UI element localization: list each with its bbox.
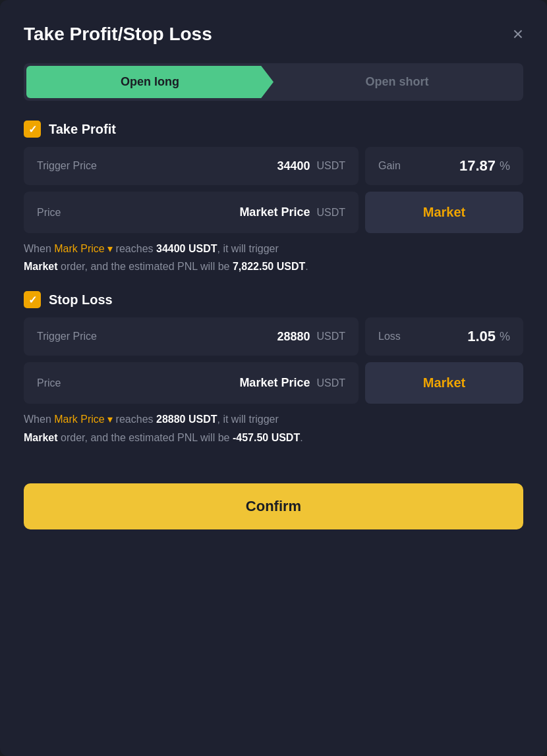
take-profit-section: ✓ Take Profit Trigger Price 34400 USDT G… bbox=[24, 121, 523, 275]
modal-title: Take Profit/Stop Loss bbox=[24, 24, 212, 45]
take-profit-trigger-right: 34400 USDT bbox=[277, 159, 345, 173]
take-profit-info-mid: reaches 34400 USDT, it will trigger bbox=[116, 243, 279, 254]
modal: Take Profit/Stop Loss × Open long Open s… bbox=[0, 0, 547, 756]
take-profit-info: When Mark Price ▾ reaches 34400 USDT, it… bbox=[24, 240, 523, 275]
tab-bar: Open long Open short bbox=[24, 63, 523, 101]
stop-loss-mark-price[interactable]: Mark Price ▾ bbox=[54, 414, 113, 425]
tab-open-long[interactable]: Open long bbox=[26, 66, 274, 98]
take-profit-price-label: Price bbox=[37, 207, 61, 219]
checkmark-icon: ✓ bbox=[28, 123, 37, 136]
modal-header: Take Profit/Stop Loss × bbox=[24, 24, 523, 45]
stop-loss-order-type: Market bbox=[24, 432, 58, 443]
loss-right: 1.05 % bbox=[467, 328, 510, 345]
stop-loss-trigger-label: Trigger Price bbox=[37, 331, 97, 342]
gain-label: Gain bbox=[378, 160, 401, 172]
stop-loss-price-unit: USDT bbox=[316, 377, 345, 389]
take-profit-info-when: When bbox=[24, 243, 54, 254]
stop-loss-price-label: Price bbox=[37, 377, 61, 389]
stop-loss-price-row: Price Market Price USDT Market bbox=[24, 362, 523, 404]
stop-loss-trigger-row: Trigger Price 28880 USDT Loss 1.05 % bbox=[24, 317, 523, 356]
stop-loss-checkmark-icon: ✓ bbox=[28, 294, 37, 306]
loss-unit: % bbox=[500, 330, 510, 344]
take-profit-trigger-box: Trigger Price 34400 USDT bbox=[24, 147, 359, 185]
stop-loss-label-row: ✓ Stop Loss bbox=[24, 291, 523, 308]
take-profit-mark-price[interactable]: Mark Price ▾ bbox=[54, 243, 113, 254]
take-profit-trigger-unit: USDT bbox=[316, 160, 345, 172]
stop-loss-info-end: order, and the estimated PNL will be -45… bbox=[61, 432, 303, 443]
stop-loss-trigger-right: 28880 USDT bbox=[277, 330, 345, 344]
stop-loss-section: ✓ Stop Loss Trigger Price 28880 USDT Los… bbox=[24, 291, 523, 446]
take-profit-order-type: Market bbox=[24, 261, 58, 272]
gain-right: 17.87 % bbox=[459, 157, 510, 175]
close-button[interactable]: × bbox=[513, 25, 523, 43]
take-profit-price-right: Market Price USDT bbox=[239, 205, 345, 219]
take-profit-price-row: Price Market Price USDT Market bbox=[24, 192, 523, 233]
tab-open-short[interactable]: Open short bbox=[274, 66, 521, 98]
stop-loss-info-mid: reaches 28880 USDT, it will trigger bbox=[116, 414, 279, 425]
stop-loss-trigger-box: Trigger Price 28880 USDT bbox=[24, 317, 359, 356]
stop-loss-trigger-value: 28880 bbox=[277, 330, 310, 344]
loss-value: 1.05 bbox=[467, 328, 496, 345]
take-profit-price-value: Market Price bbox=[239, 205, 310, 219]
gain-unit: % bbox=[500, 159, 510, 173]
stop-loss-price-box: Price Market Price USDT bbox=[24, 362, 359, 404]
take-profit-gain-box: Gain 17.87 % bbox=[365, 147, 523, 185]
take-profit-checkbox[interactable]: ✓ bbox=[24, 121, 41, 138]
stop-loss-checkbox[interactable]: ✓ bbox=[24, 291, 41, 308]
take-profit-market-button[interactable]: Market bbox=[365, 192, 523, 233]
stop-loss-info: When Mark Price ▾ reaches 28880 USDT, it… bbox=[24, 410, 523, 446]
take-profit-trigger-value: 34400 bbox=[277, 159, 310, 173]
stop-loss-title: Stop Loss bbox=[49, 292, 113, 308]
stop-loss-loss-box: Loss 1.05 % bbox=[365, 317, 523, 356]
take-profit-price-box: Price Market Price USDT bbox=[24, 192, 359, 233]
take-profit-trigger-label: Trigger Price bbox=[37, 160, 97, 172]
take-profit-title: Take Profit bbox=[49, 122, 116, 137]
gain-value: 17.87 bbox=[459, 157, 496, 175]
stop-loss-market-button[interactable]: Market bbox=[365, 362, 523, 404]
stop-loss-price-right: Market Price USDT bbox=[239, 376, 345, 390]
stop-loss-trigger-unit: USDT bbox=[316, 331, 345, 342]
stop-loss-price-value: Market Price bbox=[239, 376, 310, 390]
take-profit-price-unit: USDT bbox=[316, 207, 345, 219]
stop-loss-info-when: When bbox=[24, 414, 54, 425]
take-profit-trigger-row: Trigger Price 34400 USDT Gain 17.87 % bbox=[24, 147, 523, 185]
loss-label: Loss bbox=[378, 331, 401, 342]
take-profit-info-end: order, and the estimated PNL will be 7,8… bbox=[61, 261, 308, 272]
take-profit-label-row: ✓ Take Profit bbox=[24, 121, 523, 138]
confirm-button[interactable]: Confirm bbox=[24, 483, 523, 529]
